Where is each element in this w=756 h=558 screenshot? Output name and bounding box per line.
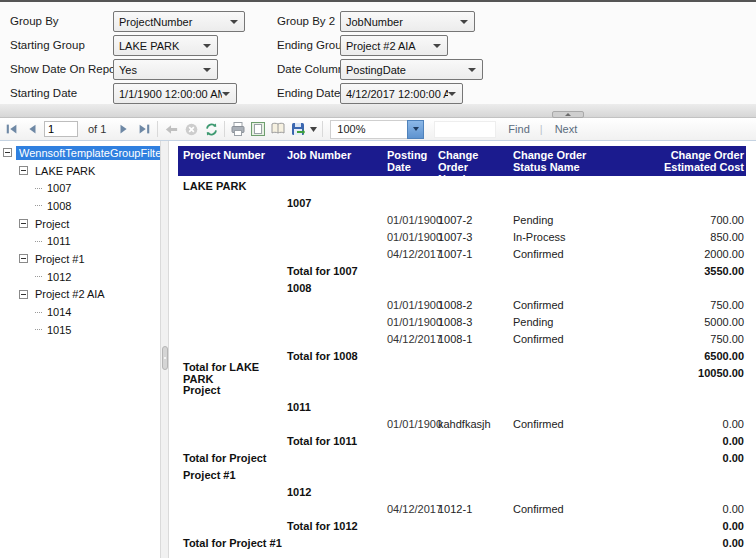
cell-job-number: Total for 1007 — [286, 265, 380, 277]
tree-item-1011[interactable]: 1011 — [0, 232, 160, 250]
cancel-button[interactable] — [181, 119, 201, 139]
tree-item-label[interactable]: Project #1 — [32, 252, 88, 266]
tree-item-label[interactable]: 1014 — [44, 305, 74, 319]
param-label-group-by-2: Group By 2 — [277, 15, 335, 27]
tree-item-label[interactable]: Project — [32, 217, 72, 231]
cell-estimated-cost: 0.00 — [600, 520, 746, 532]
tree-item-label[interactable]: 1012 — [44, 270, 74, 284]
cell-estimated-cost: 750.00 — [600, 333, 746, 345]
back-arrow-icon — [164, 122, 179, 137]
selected-value: PostingDate — [341, 64, 468, 76]
print-layout-button[interactable] — [248, 119, 268, 139]
page-number-input[interactable] — [44, 121, 78, 137]
cell-estimated-cost: 5000.00 — [600, 316, 746, 328]
table-row: 01/01/19001007-2Pending700.00 — [178, 211, 746, 228]
collapse-expander-icon[interactable] — [3, 148, 12, 157]
collapse-expander-icon[interactable] — [19, 254, 28, 263]
report-body: Project NumberJob NumberPosting DateChan… — [169, 141, 756, 558]
cell-posting-date: 01/01/1900 — [380, 299, 435, 311]
first-page-button[interactable] — [2, 119, 22, 139]
cell-change-order-status: In-Process — [511, 231, 600, 243]
cell-posting-date: 04/12/2017 — [380, 333, 435, 345]
table-row: Project #1 — [178, 466, 746, 483]
tree-item-1014[interactable]: 1014 — [0, 303, 160, 321]
print-button[interactable] — [228, 119, 248, 139]
chevron-down-icon — [433, 44, 441, 48]
cell-change-order-status: Pending — [511, 316, 600, 328]
collapse-expander-icon[interactable] — [19, 219, 28, 228]
cell-change-order-number: 1007-2 — [435, 214, 511, 226]
tree-item-label[interactable]: WennsoftTemplateGroupFilterD — [16, 146, 160, 160]
parameter-panel: Group ByProjectNumberStarting GroupLAKE … — [0, 2, 756, 104]
splitter-collapse-handle[interactable] — [552, 111, 584, 118]
tree-item-lake-park[interactable]: LAKE PARK — [0, 162, 160, 180]
back-button[interactable] — [161, 119, 181, 139]
datetime-picker-ending-date[interactable]: 4/12/2017 12:00:00 AM — [340, 83, 463, 104]
param-select-ending-group[interactable]: Project #2 AIA — [340, 35, 448, 56]
export-button[interactable] — [288, 119, 308, 139]
chevron-down-icon — [413, 127, 419, 131]
chevron-up-icon — [565, 113, 571, 116]
tree-item-label[interactable]: LAKE PARK — [32, 164, 98, 178]
tree-connector — [35, 276, 42, 277]
find-button[interactable]: Find — [508, 123, 529, 135]
param-row: Date ColumnPostingDate — [0, 59, 756, 81]
tree-item-1007[interactable]: 1007 — [0, 179, 160, 197]
table-row: LAKE PARK — [178, 177, 746, 194]
tree-item-project-1[interactable]: Project #1 — [0, 250, 160, 268]
tree-item-1015[interactable]: 1015 — [0, 321, 160, 339]
next-button[interactable]: Next — [555, 123, 578, 135]
refresh-button[interactable] — [201, 119, 221, 139]
tree-item-1012[interactable]: 1012 — [0, 268, 160, 286]
export-caret-icon — [310, 127, 317, 132]
tree-item-project[interactable]: Project — [0, 215, 160, 233]
parameter-splitter[interactable] — [0, 104, 756, 118]
cell-estimated-cost: 700.00 — [600, 214, 746, 226]
table-row: Project — [178, 381, 746, 398]
zoom-value: 100% — [330, 120, 407, 139]
splitter-drag-handle[interactable] — [162, 346, 168, 370]
tree-item-1008[interactable]: 1008 — [0, 197, 160, 215]
param-label-date-column: Date Column — [277, 63, 344, 75]
last-page-button[interactable] — [134, 119, 154, 139]
tree-item-label[interactable]: 1007 — [44, 181, 74, 195]
column-header-change-order-number: Change Order Number — [435, 146, 511, 176]
collapse-expander-icon[interactable] — [19, 166, 28, 175]
tree-item-project-2-aia[interactable]: Project #2 AIA — [0, 286, 160, 304]
cell-change-order-status: Confirmed — [511, 299, 600, 311]
previous-page-button[interactable] — [22, 119, 42, 139]
column-header-change-order-status-name: Change Order Status Name — [511, 146, 600, 176]
cell-estimated-cost: 3550.00 — [600, 265, 746, 277]
next-page-icon — [117, 122, 131, 136]
table-row: 1007 — [178, 194, 746, 211]
document-map-splitter[interactable] — [160, 141, 169, 558]
find-input[interactable] — [434, 121, 496, 138]
table-row: 1011 — [178, 398, 746, 415]
tree-item-wennsofttemplategroupfilterd[interactable]: WennsoftTemplateGroupFilterD — [0, 144, 160, 162]
cell-posting-date: 01/01/1900 — [380, 231, 435, 243]
cell-job-number: 1011 — [286, 401, 380, 413]
last-page-icon — [137, 122, 151, 136]
export-menu-button[interactable] — [308, 119, 319, 139]
cell-change-order-status: Confirmed — [511, 333, 600, 345]
tree-item-label[interactable]: 1015 — [44, 323, 74, 337]
cell-change-order-number: 1008-2 — [435, 299, 511, 311]
cell-change-order-number: 1012-1 — [435, 503, 511, 515]
table-row: Total for 10120.00 — [178, 517, 746, 534]
cell-estimated-cost: 2000.00 — [600, 248, 746, 260]
tree-item-label[interactable]: Project #2 AIA — [32, 287, 108, 301]
print-layout-icon — [250, 121, 266, 137]
param-select-group-by-2[interactable]: JobNumber — [340, 11, 475, 32]
next-page-button[interactable] — [114, 119, 134, 139]
collapse-expander-icon[interactable] — [19, 290, 28, 299]
page-setup-icon — [270, 121, 286, 137]
zoom-dropdown-button[interactable] — [407, 120, 424, 139]
page-setup-button[interactable] — [268, 119, 288, 139]
tree-connector — [35, 188, 42, 189]
tree-item-label[interactable]: 1011 — [44, 234, 74, 248]
tree-item-label[interactable]: 1008 — [44, 199, 74, 213]
zoom-select[interactable]: 100% — [330, 120, 424, 139]
param-select-date-column[interactable]: PostingDate — [340, 59, 483, 80]
table-row: 1008 — [178, 279, 746, 296]
first-page-icon — [5, 122, 19, 136]
